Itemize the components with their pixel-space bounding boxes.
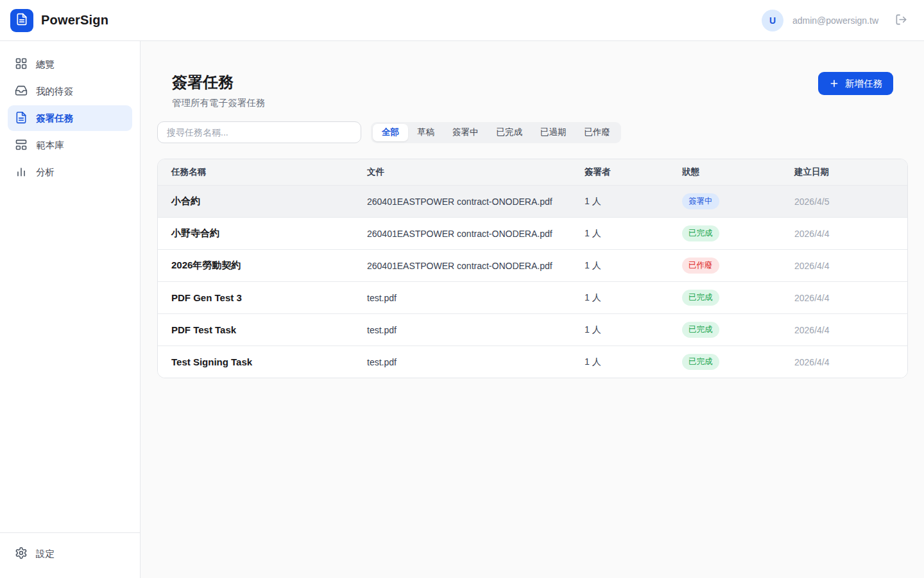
sidebar-item-template-library[interactable]: 範本庫 [8, 132, 132, 158]
document-icon [15, 13, 28, 28]
status-badge: 已完成 [682, 290, 719, 306]
status-badge: 簽署中 [682, 193, 719, 209]
tab-completed[interactable]: 已完成 [488, 124, 532, 141]
task-signers: 1 人 [585, 324, 682, 336]
status-badge: 已完成 [682, 322, 719, 338]
task-name: PDF Gen Test 3 [158, 292, 367, 303]
bar-chart-icon [15, 165, 28, 180]
column-header-date: 建立日期 [794, 166, 907, 178]
table-row[interactable]: PDF Gen Test 3 test.pdf 1 人 已完成 2026/4/4 [158, 281, 907, 313]
table-row[interactable]: 2026年勞動契約 260401EASTPOWER contract-ONODE… [158, 249, 907, 281]
task-date: 2026/4/4 [794, 293, 907, 303]
task-signers: 1 人 [585, 196, 682, 207]
task-document: 260401EASTPOWER contract-ONODERA.pdf [367, 261, 585, 271]
inbox-icon [15, 84, 28, 99]
task-signers: 1 人 [585, 228, 682, 240]
column-header-signers: 簽署者 [585, 166, 682, 178]
tab-signing[interactable]: 簽署中 [443, 124, 488, 141]
filter-tabs: 全部 草稿 簽署中 已完成 已過期 已作廢 [371, 122, 621, 143]
tab-expired[interactable]: 已過期 [531, 124, 576, 141]
sidebar-item-settings[interactable]: 設定 [8, 541, 132, 566]
task-date: 2026/4/5 [794, 197, 907, 207]
sidebar-item-overview[interactable]: 總覽 [8, 51, 132, 77]
table-row[interactable]: Test Signing Task test.pdf 1 人 已完成 2026/… [158, 346, 907, 378]
sidebar-item-analytics[interactable]: 分析 [8, 159, 132, 185]
logout-icon [895, 13, 907, 28]
sidebar-item-label: 我的待簽 [36, 85, 73, 98]
table-row[interactable]: PDF Test Task test.pdf 1 人 已完成 2026/4/4 [158, 313, 907, 346]
task-signers: 1 人 [585, 260, 682, 272]
header-user-area: U admin@powersign.tw [762, 10, 909, 31]
task-name: 2026年勞動契約 [158, 259, 367, 272]
sidebar-item-label: 總覽 [36, 58, 55, 71]
task-name: 小野寺合約 [158, 227, 367, 240]
task-document: test.pdf [367, 357, 585, 367]
sidebar-item-signing-tasks[interactable]: 簽署任務 [8, 105, 132, 131]
search-input[interactable] [157, 121, 361, 143]
table-row[interactable]: 小野寺合約 260401EASTPOWER contract-ONODERA.p… [158, 217, 907, 249]
user-email: admin@powersign.tw [792, 15, 878, 26]
task-name: Test Signing Task [158, 356, 367, 367]
toolbar: 全部 草稿 簽署中 已完成 已過期 已作廢 [157, 121, 908, 143]
task-document: 260401EASTPOWER contract-ONODERA.pdf [367, 197, 585, 207]
column-header-document: 文件 [367, 166, 585, 178]
brand-name: PowerSign [41, 13, 108, 28]
gear-icon [15, 547, 28, 561]
task-date: 2026/4/4 [794, 261, 907, 271]
sidebar-item-label: 分析 [36, 166, 55, 179]
app-header: PowerSign U admin@powersign.tw [0, 0, 924, 41]
task-document: test.pdf [367, 293, 585, 303]
task-signers: 1 人 [585, 356, 682, 368]
plus-icon [829, 78, 839, 89]
task-name: PDF Test Task [158, 324, 367, 335]
status-badge: 已作廢 [682, 258, 719, 274]
task-date: 2026/4/4 [794, 325, 907, 335]
sidebar-item-label: 範本庫 [36, 139, 64, 152]
avatar[interactable]: U [762, 10, 783, 31]
column-header-name: 任務名稱 [158, 166, 367, 178]
task-document: test.pdf [367, 325, 585, 335]
task-table: 任務名稱 文件 簽署者 狀態 建立日期 小合約 260401EASTPOWER … [157, 159, 908, 378]
main-content: 簽署任務 管理所有電子簽署任務 新增任務 全部 草稿 簽署中 已完成 已過期 已… [141, 41, 924, 578]
sidebar: 總覽 我的待簽 簽署任務 範本庫 [0, 41, 141, 578]
sidebar-item-my-pending[interactable]: 我的待簽 [8, 78, 132, 104]
tab-all[interactable]: 全部 [373, 124, 408, 141]
tab-voided[interactable]: 已作廢 [576, 124, 620, 141]
table-row[interactable]: 小合約 260401EASTPOWER contract-ONODERA.pdf… [158, 185, 907, 217]
tab-draft[interactable]: 草稿 [408, 124, 443, 141]
page-title: 簽署任務 [172, 72, 265, 92]
column-header-status: 狀態 [682, 166, 794, 178]
brand: PowerSign [10, 9, 108, 32]
logout-button[interactable] [894, 12, 909, 29]
sidebar-item-label: 設定 [36, 548, 55, 560]
page-head: 簽署任務 管理所有電子簽署任務 新增任務 [157, 72, 908, 109]
dashboard-grid-icon [15, 57, 28, 72]
sidebar-footer: 設定 [0, 532, 140, 570]
task-signers: 1 人 [585, 292, 682, 304]
document-icon [15, 111, 28, 126]
status-badge: 已完成 [682, 225, 719, 241]
task-date: 2026/4/4 [794, 357, 907, 367]
new-task-button[interactable]: 新增任務 [818, 72, 893, 95]
template-icon [15, 138, 28, 153]
task-document: 260401EASTPOWER contract-ONODERA.pdf [367, 229, 585, 239]
page-subtitle: 管理所有電子簽署任務 [172, 97, 265, 109]
sidebar-item-label: 簽署任務 [36, 112, 73, 125]
task-date: 2026/4/4 [794, 229, 907, 239]
task-name: 小合約 [158, 195, 367, 207]
brand-logo [10, 9, 33, 32]
status-badge: 已完成 [682, 354, 719, 370]
table-header-row: 任務名稱 文件 簽署者 狀態 建立日期 [158, 159, 907, 185]
